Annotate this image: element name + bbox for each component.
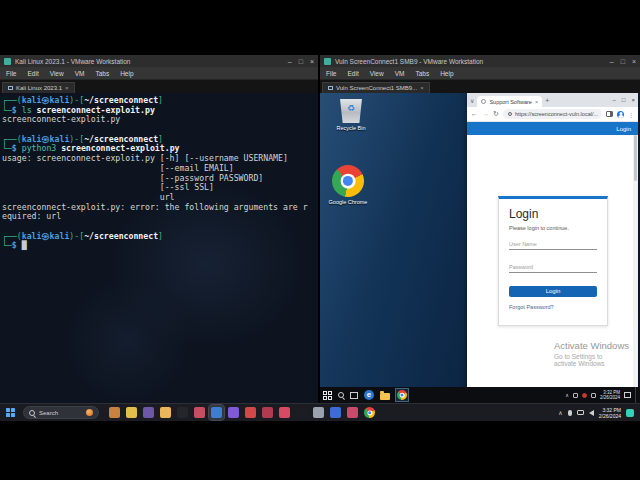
profile-avatar[interactable] xyxy=(617,111,624,118)
vm-tab-kali[interactable]: Kali Linux 2023.1 × xyxy=(2,82,75,93)
vmware-workstation-taskbar-button[interactable] xyxy=(209,405,224,420)
music-app-taskbar-button[interactable] xyxy=(277,405,292,420)
chrome-browser-taskbar-button[interactable] xyxy=(362,405,377,420)
volume-icon[interactable] xyxy=(589,410,594,416)
pink-app-taskbar-button[interactable] xyxy=(345,405,360,420)
tab-close-icon[interactable]: × xyxy=(535,99,538,105)
task-view-icon[interactable] xyxy=(350,392,358,399)
site-info-icon[interactable] xyxy=(508,112,512,116)
start-icon[interactable] xyxy=(323,391,332,400)
tray-notification-icon[interactable] xyxy=(582,393,587,398)
redpink-app-icon xyxy=(194,407,205,418)
vm-tab-close-icon[interactable]: × xyxy=(420,85,424,91)
crimson-app-taskbar-button[interactable] xyxy=(260,405,275,420)
forgot-password-link[interactable]: Forgot Password? xyxy=(509,304,597,310)
kali-terminal[interactable]: ┌──(kali㉿kali)-[~/screenconnect]└─$ ls s… xyxy=(0,93,318,403)
search-placeholder: Search xyxy=(39,410,82,416)
desktop-icon-google-chrome[interactable]: Google Chrome xyxy=(325,165,371,205)
host-search-box[interactable]: Search xyxy=(23,406,99,419)
minimize-icon[interactable]: – xyxy=(288,58,292,65)
browser-tab[interactable]: Support Software × xyxy=(477,96,542,107)
red-app-taskbar-button[interactable] xyxy=(243,405,258,420)
vm-tab-windows[interactable]: Vuln ScreenConnect1 SMB9... × xyxy=(322,82,430,93)
search-icon[interactable] xyxy=(338,392,344,398)
page-scrollbar[interactable] xyxy=(633,135,638,387)
kali-titlebar[interactable]: Kali Linux 2023.1 - VMware Workstation –… xyxy=(0,55,318,67)
tray-pen-icon[interactable] xyxy=(591,393,596,398)
action-center-icon[interactable] xyxy=(624,392,631,398)
taskbar-clock[interactable]: 3:32 PM 2/26/2024 xyxy=(600,390,620,401)
minimize-icon[interactable]: – xyxy=(610,58,614,65)
close-icon[interactable]: × xyxy=(310,58,314,65)
blue-app-taskbar-button[interactable] xyxy=(328,405,343,420)
menu-vm[interactable]: VM xyxy=(75,70,85,77)
browser-minimize-icon[interactable]: – xyxy=(613,97,616,103)
terminal-text: ┌──( xyxy=(2,134,22,144)
chrome-icon xyxy=(332,165,364,197)
tray-chevron-up-icon[interactable]: ∧ xyxy=(558,409,562,416)
tray-chevron-up-icon[interactable]: ∧ xyxy=(565,392,569,398)
scrollbar-thumb[interactable] xyxy=(634,135,637,181)
tray-app-icon[interactable] xyxy=(573,393,578,398)
terminal-text: equired: url xyxy=(2,211,61,221)
menu-tabs[interactable]: Tabs xyxy=(95,70,109,77)
username-field[interactable] xyxy=(509,240,597,250)
menu-tabs[interactable]: Tabs xyxy=(415,70,429,77)
address-bar[interactable]: https://screenconnect-vuln.local/... xyxy=(503,109,602,119)
host-taskbar: Search ∧ 3:32 PM 2/26/2024 xyxy=(0,403,640,421)
menu-file[interactable]: File xyxy=(6,70,16,77)
menu-edit[interactable]: Edit xyxy=(27,70,38,77)
side-panel-icon[interactable] xyxy=(606,111,613,117)
chrome-icon xyxy=(397,390,407,400)
menu-view[interactable]: View xyxy=(370,70,384,77)
display-icon[interactable] xyxy=(577,410,584,415)
file-explorer-taskbar-button[interactable] xyxy=(158,405,173,420)
restore-icon[interactable]: □ xyxy=(299,58,303,65)
reload-icon[interactable]: ↻ xyxy=(493,110,499,118)
host-clock[interactable]: 3:32 PM 2/26/2024 xyxy=(599,407,621,419)
microphone-icon[interactable] xyxy=(568,410,572,416)
close-icon[interactable]: × xyxy=(632,58,636,65)
menu-help[interactable]: Help xyxy=(440,70,453,77)
menu-file[interactable]: File xyxy=(326,70,336,77)
redpink-app-taskbar-button[interactable] xyxy=(192,405,207,420)
clock-app-taskbar-button[interactable] xyxy=(294,405,309,420)
browser-restore-icon[interactable]: □ xyxy=(622,97,626,103)
windows10-taskbar: e ∧ 3:32 PM 2/26/2024 xyxy=(320,387,640,403)
screenconnect-header: Login xyxy=(467,122,638,135)
show-desktop-button[interactable] xyxy=(635,387,637,403)
password-field[interactable] xyxy=(509,263,597,273)
violet-app-taskbar-button[interactable] xyxy=(226,405,241,420)
menu-help[interactable]: Help xyxy=(120,70,133,77)
new-tab-icon[interactable]: + xyxy=(545,97,549,104)
login-title: Login xyxy=(509,207,597,221)
windows-desktop[interactable]: Recycle Bin Google Chrome ∨ Support Soft… xyxy=(320,93,640,387)
menu-vm[interactable]: VM xyxy=(395,70,405,77)
login-card: Login Please login to continue. Login Fo… xyxy=(498,196,608,326)
menu-view[interactable]: View xyxy=(50,70,64,77)
purple-app-taskbar-button[interactable] xyxy=(141,405,156,420)
chrome-browser-icon xyxy=(364,407,375,418)
yellow-app-taskbar-button[interactable] xyxy=(124,405,139,420)
windows-titlebar[interactable]: Vuln ScreenConnect1 SMB9 - VMware Workst… xyxy=(320,55,640,67)
login-button[interactable]: Login xyxy=(509,286,597,297)
chrome-menu-icon[interactable]: ⋮ xyxy=(628,111,634,118)
menu-edit[interactable]: Edit xyxy=(347,70,358,77)
chrome-tabstrip: ∨ Support Software × + – □ × xyxy=(467,93,638,107)
vm-tab-close-icon[interactable]: × xyxy=(65,85,69,91)
terminal-text: ┌──( xyxy=(2,95,22,105)
header-login-link[interactable]: Login xyxy=(616,126,631,132)
notification-badge[interactable] xyxy=(626,409,634,417)
vmware-player-taskbar-button[interactable] xyxy=(311,405,326,420)
edge-icon[interactable]: e xyxy=(364,390,374,400)
chrome-taskbar-active[interactable] xyxy=(396,389,408,401)
desktop-icon-recycle-bin[interactable]: Recycle Bin xyxy=(328,97,374,131)
tab-search-icon[interactable]: ∨ xyxy=(470,97,474,104)
file-explorer-icon[interactable] xyxy=(380,393,390,400)
browser-close-icon[interactable]: × xyxy=(631,97,635,103)
start-icon[interactable] xyxy=(6,408,16,418)
restore-icon[interactable]: □ xyxy=(621,58,625,65)
terminal-app-taskbar-button[interactable] xyxy=(175,405,190,420)
stack-app-taskbar-button[interactable] xyxy=(107,405,122,420)
back-icon[interactable]: ← xyxy=(471,110,478,118)
